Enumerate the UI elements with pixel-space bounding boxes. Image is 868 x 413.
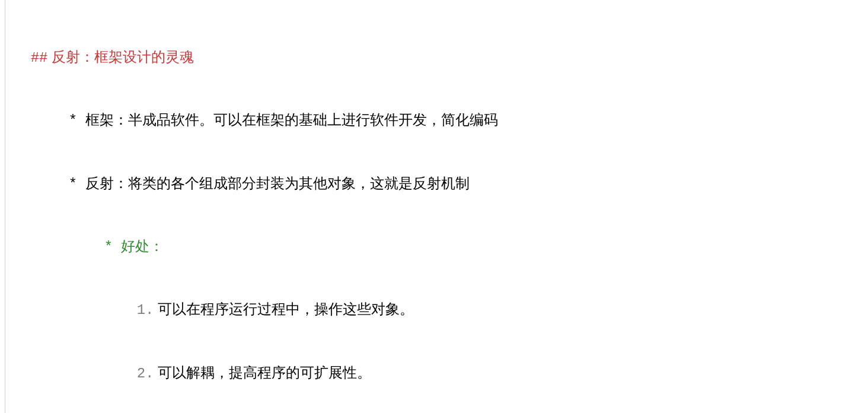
list-number: 1. [137, 302, 154, 318]
bullet-text: 框架：半成品软件。可以在框架的基础上进行软件开发，简化编码 [85, 112, 498, 128]
benefit-text: 可以在程序运行过程中，操作这些对象。 [158, 301, 414, 317]
bullet-marker: * [69, 176, 86, 192]
blank-line [5, 405, 868, 413]
blank-line [5, 6, 868, 26]
bullet-marker-green: * [104, 239, 122, 255]
heading-text: 反射：框架设计的灵魂 [52, 49, 194, 65]
benefit-label: 好处： [121, 238, 164, 254]
benefit-item-2: 2. 可以解耦，提高程序的可扩展性。 [5, 342, 868, 405]
benefit-text: 可以解耦，提高程序的可扩展性。 [158, 364, 371, 380]
bullet-benefit: * 好处： [5, 215, 868, 278]
benefit-item-1: 1. 可以在程序运行过程中，操作这些对象。 [5, 279, 868, 342]
markdown-editor[interactable]: ## 反射：框架设计的灵魂 * 框架：半成品软件。可以在框架的基础上进行软件开发… [5, 0, 868, 413]
bullet-reflection: * 反射：将类的各个组成部分封装为其他对象，这就是反射机制 [5, 153, 868, 215]
bullet-marker: * [69, 113, 86, 129]
bullet-text: 反射：将类的各个组成部分封装为其他对象，这就是反射机制 [85, 175, 470, 191]
heading-line: ## 反射：框架设计的灵魂 [5, 26, 868, 89]
list-number: 2. [137, 366, 154, 382]
bullet-framework: * 框架：半成品软件。可以在框架的基础上进行软件开发，简化编码 [5, 89, 868, 152]
heading-marker: ## [31, 50, 48, 66]
